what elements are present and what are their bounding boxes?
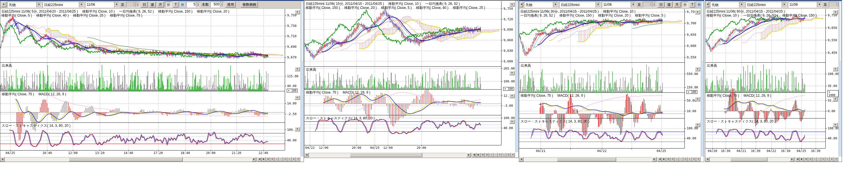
chart-tool-button-4[interactable]: ＋ [812, 157, 817, 161]
chart-tool-button-7[interactable]: Ｌ [287, 157, 291, 161]
chart-tool-button-3[interactable]: ⊟ [270, 157, 275, 161]
symbol-select[interactable]: 日経225mini▼ [42, 2, 84, 8]
period-button-0[interactable]: 日 [658, 2, 664, 7]
vertical-scrollbar-thumb[interactable] [839, 2, 841, 62]
chart-tool-button-6[interactable]: Ｄ [821, 157, 826, 161]
period-button-1[interactable]: 週 [665, 2, 673, 7]
pane-settings-button-0[interactable]: ▼ [695, 10, 700, 14]
chart-tool-button-0[interactable]: ◀ [795, 157, 800, 161]
chart-tool-button-5[interactable]: － [279, 157, 283, 161]
period-button-2[interactable]: 月 [674, 2, 680, 7]
scroll-right-button[interactable]: ▶ [652, 157, 656, 161]
scrollbar-thumb[interactable] [350, 153, 423, 157]
period-button-4[interactable]: T [690, 2, 695, 7]
horizontal-scrollbar[interactable]: ◀▶◀▶⊞⊟＋－ＤＬＢ✕ [0, 157, 300, 161]
chart-tool-button-3[interactable]: ⊟ [808, 157, 812, 161]
pane-settings-button-0[interactable]: ▼ [509, 2, 515, 7]
period-button-2[interactable]: 月 [157, 2, 164, 7]
pane-settings-button-1[interactable]: ▼ [295, 67, 300, 71]
period-button-3[interactable]: 分 [682, 2, 688, 7]
vertical-scrollbar[interactable] [839, 1, 842, 156]
panel-menu-button[interactable]: ▼ [706, 2, 709, 7]
chart-tool-button-0[interactable]: ◀ [472, 153, 476, 157]
symbol-select[interactable]: 日経225mini▼ [559, 2, 601, 8]
chart-tool-button-5[interactable]: － [493, 153, 498, 157]
scroll-right-button[interactable]: ▶ [467, 153, 471, 157]
pane-settings-button-1[interactable]: ▼ [833, 67, 838, 71]
chart-tool-button-3[interactable]: ⊟ [671, 157, 675, 161]
vertical-scrollbar[interactable] [701, 1, 704, 156]
chart-tool-button-4[interactable]: ＋ [275, 157, 279, 161]
scrollbar-thumb[interactable] [557, 157, 616, 161]
chart-tool-button-8[interactable]: Ｂ [692, 157, 696, 161]
day-interval-spinner[interactable]: 1▲▼ [126, 2, 140, 7]
chart-tool-button-3[interactable]: ⊟ [485, 153, 489, 157]
chart-tool-button-0[interactable]: ◀ [658, 157, 662, 161]
instrument-type-select[interactable]: 先物▼ [710, 2, 744, 8]
chart-tool-button-7[interactable]: Ｌ [688, 157, 692, 161]
scrollbar-track[interactable] [309, 153, 467, 157]
pane-settings-button-3[interactable]: ▼ [695, 123, 700, 127]
multi-symbol-button[interactable]: 複数銘柄 [241, 2, 258, 7]
scrollbar-track[interactable] [710, 157, 790, 161]
chart-canvas[interactable] [305, 1, 503, 151]
chart-tool-button-1[interactable]: ▶ [261, 157, 266, 161]
scroll-left-button[interactable]: ◀ [0, 157, 5, 161]
pane-settings-button-3[interactable]: ▼ [295, 127, 300, 131]
chart-tool-button-7[interactable]: Ｌ [502, 153, 506, 157]
chart-tool-button-4[interactable]: ＋ [675, 157, 679, 161]
chart-canvas[interactable] [519, 9, 686, 154]
chart-tool-button-7[interactable]: Ｌ [826, 157, 830, 161]
horizontal-scrollbar[interactable]: ◀▶◀▶⊞⊟＋－ＤＬＢ✕ [705, 157, 838, 161]
chart-tool-button-8[interactable]: Ｂ [506, 153, 510, 157]
scrollbar-track[interactable] [524, 157, 652, 161]
pane-settings-button-2[interactable]: ▼ [509, 94, 515, 98]
pane-settings-button-3[interactable]: ▼ [833, 123, 838, 127]
period-button-4[interactable]: T [173, 2, 178, 7]
bar-count-spinner[interactable]: 500▲▼ [210, 2, 224, 7]
chart-tool-button-6[interactable]: Ｄ [683, 157, 688, 161]
period-button-1[interactable]: 週 [149, 2, 156, 7]
pane-settings-button-2[interactable]: ▼ [695, 97, 700, 101]
chart-tool-button-1[interactable]: ▶ [662, 157, 666, 161]
period-button-0[interactable]: 日 [141, 2, 148, 7]
chart-tool-button-2[interactable]: ⊞ [804, 157, 808, 161]
scroll-left-button[interactable]: ◀ [705, 157, 710, 161]
pane-settings-button-2[interactable]: ▼ [295, 96, 300, 100]
instrument-type-select[interactable]: 先物▼ [524, 2, 558, 8]
chart-tool-button-9[interactable]: ✕ [510, 153, 515, 157]
chart-tool-button-2[interactable]: ⊞ [266, 157, 270, 161]
chart-tool-button-6[interactable]: Ｄ [283, 157, 287, 161]
symbol-select[interactable]: 日経225mini▼ [745, 2, 787, 8]
horizontal-scrollbar[interactable]: ◀▶◀▶⊞⊟＋－ＤＬＢ✕ [305, 153, 515, 157]
chart-tool-button-1[interactable]: ▶ [476, 153, 480, 157]
vertical-scrollbar-thumb[interactable] [516, 1, 518, 60]
chart-tool-button-8[interactable]: Ｂ [291, 157, 296, 161]
period-button-3[interactable]: 分 [165, 2, 172, 7]
chart-tool-button-9[interactable]: ✕ [296, 157, 300, 161]
chart-tool-button-1[interactable]: ▶ [800, 157, 804, 161]
chart-tool-button-6[interactable]: Ｄ [498, 153, 502, 157]
day-interval-spinner[interactable]: 1▲▼ [643, 2, 656, 7]
chart-canvas[interactable] [0, 9, 286, 156]
contract-month-select[interactable]: 11/06▼ [788, 2, 822, 8]
chart-tool-button-0[interactable]: ◀ [257, 157, 261, 161]
panel-menu-button[interactable]: ▼ [520, 2, 523, 7]
chart-tool-button-8[interactable]: Ｂ [830, 157, 834, 161]
chart-tool-button-2[interactable]: ⊞ [480, 153, 485, 157]
scroll-left-button[interactable]: ◀ [305, 153, 309, 157]
pane-settings-button-1[interactable]: ▼ [695, 67, 700, 71]
pane-settings-button-0[interactable]: ▼ [295, 10, 300, 14]
horizontal-scrollbar[interactable]: ◀▶◀▶⊞⊟＋－ＤＬＢ✕ [519, 157, 701, 161]
panel-menu-button[interactable]: ▼ [1, 2, 6, 7]
chart-tool-button-9[interactable]: ✕ [834, 157, 838, 161]
apply-button[interactable]: 適用 [225, 2, 236, 7]
vertical-scrollbar-thumb[interactable] [301, 2, 303, 62]
vertical-scrollbar-thumb[interactable] [701, 2, 704, 62]
chart-tool-button-5[interactable]: － [679, 157, 683, 161]
pane-settings-button-2[interactable]: ▼ [833, 97, 838, 101]
chart-tool-button-9[interactable]: ✕ [696, 157, 701, 161]
minutes-spinner[interactable]: 5▲▼ [186, 2, 200, 7]
pane-settings-button-1[interactable]: ▼ [509, 71, 515, 75]
scrollbar-thumb[interactable] [731, 157, 767, 161]
